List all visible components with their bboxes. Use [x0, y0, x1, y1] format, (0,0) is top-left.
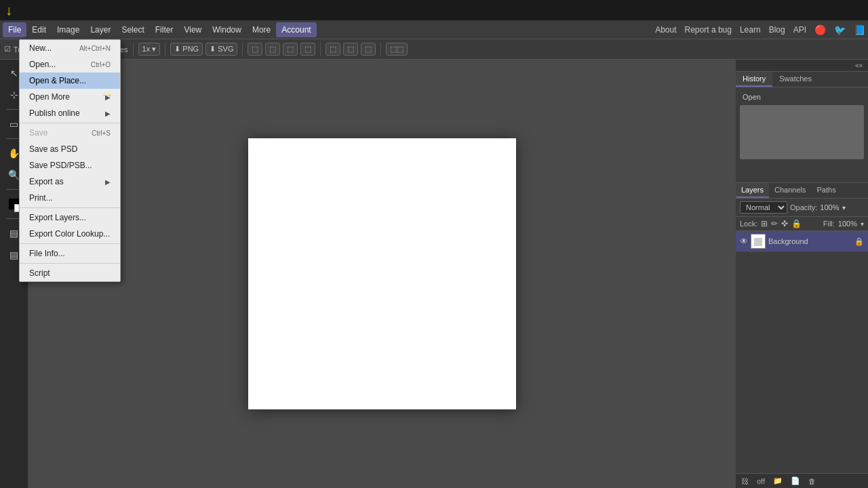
dropdown-open-place[interactable]: Open & Place...: [20, 73, 120, 89]
scale-btn[interactable]: 1x ▾: [138, 43, 161, 56]
dropdown-sep1: [20, 123, 120, 123]
align-btn1[interactable]: ⬚: [248, 43, 262, 56]
layer-thumbnail: [751, 234, 766, 249]
dropdown-open-shortcut: Ctrl+O: [91, 61, 111, 68]
history-content: Open: [736, 87, 868, 182]
align-btn8[interactable]: ⬚⬚: [386, 43, 408, 56]
main-layout: ↖ ⊹ ▭ ✋ 🔍 ▤ ▤ «» History Swatches: [0, 60, 868, 488]
menu-select[interactable]: Select: [116, 22, 149, 37]
dropdown-script[interactable]: Script: [20, 265, 120, 281]
dropdown-open-more-arrow: ▶: [105, 94, 111, 101]
blend-mode-select[interactable]: Normal Multiply Screen Overlay: [740, 201, 787, 214]
dropdown-publish-online[interactable]: Publish online ▶: [20, 105, 120, 121]
menu-file[interactable]: File: [3, 22, 26, 37]
dropdown-sep2: [20, 207, 120, 208]
yellow-down-arrow: ↓: [5, 3, 12, 18]
canvas: [248, 138, 516, 409]
nav-about[interactable]: About: [655, 25, 676, 35]
dropdown-export-as[interactable]: Export as ▶: [20, 174, 120, 190]
menu-edit[interactable]: Edit: [26, 22, 52, 37]
lock-brush-icon[interactable]: ✏: [771, 219, 778, 228]
panel-minimize[interactable]: «»: [852, 61, 865, 70]
tab-layers[interactable]: Layers: [736, 183, 769, 198]
toolbar-sep4: [242, 43, 243, 56]
align-btn2[interactable]: ⬚: [265, 43, 280, 56]
dropdown-export-as-arrow: ▶: [105, 178, 111, 186]
reddit-icon[interactable]: 🔴: [814, 24, 826, 35]
dropdown-publish-online-label: Publish online: [29, 108, 80, 118]
top-bar: ↓: [0, 0, 868, 20]
dropdown-export-color-label: Export Color Lookup...: [29, 229, 110, 239]
dropdown-open[interactable]: Open... Ctrl+O: [20, 56, 120, 73]
png-btn[interactable]: ⬇ PNG: [170, 43, 203, 56]
canvas-area: [28, 60, 736, 488]
layer-visibility-icon[interactable]: 👁: [740, 237, 748, 246]
panel-link-btn[interactable]: ⛓: [738, 476, 751, 486]
dropdown-export-color[interactable]: Export Color Lookup...: [20, 226, 120, 242]
dropdown-print-label: Print...: [29, 193, 53, 203]
panel-top-bar: «»: [736, 60, 868, 72]
layer-name: Background: [768, 237, 852, 245]
dropdown-save: Save Ctrl+S: [20, 125, 120, 141]
opacity-arrow[interactable]: ▾: [842, 204, 846, 211]
dropdown-open-more-label: Open More: [29, 92, 70, 102]
tab-paths[interactable]: Paths: [812, 183, 842, 198]
dropdown-open-more[interactable]: Open More ▶: [20, 89, 120, 105]
opacity-label: Opacity:: [790, 203, 817, 211]
lock-row: Lock: ⊞ ✏ ✜ 🔒 Fill: 100% ▾: [736, 217, 868, 231]
panel-trash-btn[interactable]: 🗑: [806, 476, 818, 486]
tab-channels[interactable]: Channels: [769, 183, 811, 198]
panel-bottom-bar: ⛓ off 📁 📄 🗑: [736, 473, 868, 488]
menu-more[interactable]: More: [247, 22, 276, 37]
dropdown-sep4: [20, 263, 120, 264]
menu-image[interactable]: Image: [52, 22, 85, 37]
dropdown-print[interactable]: Print...: [20, 190, 120, 206]
menu-view[interactable]: View: [178, 22, 207, 37]
menu-layer[interactable]: Layer: [85, 22, 116, 37]
facebook-icon[interactable]: 📘: [854, 24, 865, 35]
blend-mode-row: Normal Multiply Screen Overlay Opacity: …: [736, 199, 868, 217]
menu-account[interactable]: Account: [276, 22, 316, 37]
panel-new-layer-btn[interactable]: 📄: [788, 476, 803, 486]
nav-blog[interactable]: Blog: [769, 25, 785, 35]
lock-lock-icon[interactable]: 🔒: [791, 219, 802, 228]
dropdown-save-psd[interactable]: Save as PSD: [20, 141, 120, 157]
history-scroll-area: [740, 105, 864, 159]
nav-learn[interactable]: Learn: [740, 25, 761, 35]
toolbar-sep6: [380, 43, 381, 56]
panel-off-btn[interactable]: off: [754, 476, 768, 486]
layer-background[interactable]: 👁 Background 🔒: [736, 231, 868, 252]
svg-btn[interactable]: ⬇ SVG: [205, 43, 237, 56]
fill-label: Fill:: [823, 220, 835, 228]
lock-grid-icon[interactable]: ⊞: [761, 219, 768, 228]
panel-folder-btn[interactable]: 📁: [770, 476, 785, 486]
align-btn5[interactable]: ⬚: [326, 43, 340, 56]
nav-api[interactable]: API: [793, 25, 806, 35]
tab-history[interactable]: History: [736, 72, 772, 87]
align-btn7[interactable]: ⬚: [361, 43, 376, 56]
menu-window[interactable]: Window: [207, 22, 247, 37]
twitter-icon[interactable]: 🐦: [834, 24, 846, 35]
fill-arrow[interactable]: ▾: [861, 220, 864, 228]
layers-list: 👁 Background 🔒: [736, 231, 868, 473]
tab-swatches[interactable]: Swatches: [772, 72, 818, 87]
dropdown-new-label: New...: [29, 43, 52, 53]
history-item-open[interactable]: Open: [740, 92, 864, 102]
layers-tabs: Layers Channels Paths: [736, 183, 868, 199]
nav-report-bug[interactable]: Report a bug: [685, 25, 732, 35]
menu-filter[interactable]: Filter: [150, 22, 179, 37]
dropdown-export-layers[interactable]: Export Layers...: [20, 209, 120, 226]
dropdown-save-psd-label: Save as PSD: [29, 144, 77, 154]
dropdown-save-shortcut: Ctrl+S: [92, 129, 111, 137]
dropdown-sep3: [20, 243, 120, 244]
dropdown-save-psb[interactable]: Save PSD/PSB...: [20, 157, 120, 174]
align-btn4[interactable]: ⬚: [300, 43, 315, 56]
dropdown-new[interactable]: New... Alt+Ctrl+N: [20, 40, 120, 56]
lock-move-icon[interactable]: ✜: [781, 219, 788, 228]
dropdown-export-as-label: Export as: [29, 177, 64, 186]
toolbar-sep5: [320, 43, 321, 56]
align-btn6[interactable]: ⬚: [343, 43, 358, 56]
align-btn3[interactable]: ⬚: [283, 43, 298, 56]
dropdown-new-shortcut: Alt+Ctrl+N: [79, 45, 111, 52]
dropdown-file-info[interactable]: File Info...: [20, 245, 120, 262]
